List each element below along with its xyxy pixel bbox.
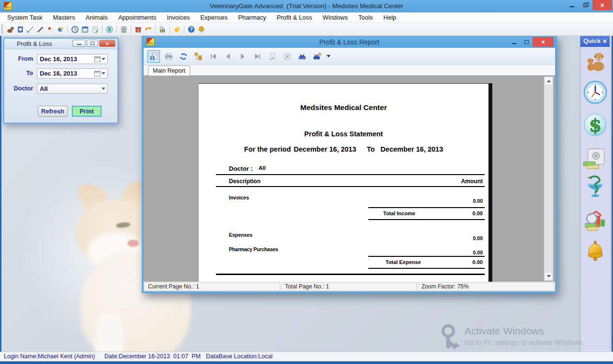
window-bottom-border: [0, 361, 613, 364]
dialog-titlebar[interactable]: Profit & Loss ×: [4, 39, 117, 49]
menu-help[interactable]: Help: [378, 12, 402, 23]
from-dropdown-icon[interactable]: [102, 58, 105, 60]
dollar-icon[interactable]: $: [580, 113, 610, 137]
period-to-label: To: [367, 145, 375, 153]
report-title: Profit & Loss Statement: [199, 130, 488, 138]
doctor-combobox[interactable]: All: [37, 84, 108, 94]
main-statusbar: Login Name:Michael Kent (Admin) Date:Dec…: [0, 352, 613, 361]
safe-icon[interactable]: [119, 24, 129, 34]
menu-masters[interactable]: Masters: [47, 12, 80, 23]
find-icon[interactable]: [296, 50, 308, 63]
total-page-status: Total Page No.: 1: [282, 282, 417, 291]
to-dropdown-icon[interactable]: [102, 72, 105, 75]
calendar-picker-icon[interactable]: [94, 71, 101, 77]
doctor-dropdown-icon[interactable]: [102, 88, 105, 90]
from-label: From: [5, 55, 33, 62]
menu-appointments[interactable]: Appointments: [113, 12, 162, 23]
bell-icon[interactable]: [580, 240, 610, 264]
menu-windows[interactable]: Windows: [317, 12, 353, 23]
quick-panel-header: Quick ×: [580, 36, 610, 47]
doctor-label: Doctor: [5, 85, 33, 92]
syringe-icon[interactable]: [35, 24, 45, 34]
report-viewer: Medsites Medical Center Profit & Loss St…: [144, 76, 555, 282]
workspace: Activate Windows Go to PC settings to ac…: [0, 36, 613, 352]
scroll-down-icon[interactable]: [545, 272, 553, 280]
dog-icon[interactable]: [5, 24, 15, 34]
quick-close-icon[interactable]: ×: [602, 37, 607, 44]
minimize-button[interactable]: [565, 0, 579, 10]
menu-animals[interactable]: Animals: [80, 12, 113, 23]
menu-tools[interactable]: Tools: [353, 12, 378, 23]
pets-icon[interactable]: [580, 49, 610, 73]
row-label: Expenses: [229, 232, 252, 238]
menu-pharmacy[interactable]: Pharmacy: [233, 12, 272, 23]
canary-icon[interactable]: [172, 24, 182, 34]
watermark-line1: Activate Windows: [465, 325, 544, 337]
period-from: December 16, 2013: [294, 145, 356, 153]
zoom-icon[interactable]: [311, 50, 323, 63]
to-date-value: Dec 16, 2013: [37, 70, 94, 77]
from-date-field[interactable]: Dec 16, 2013: [37, 54, 108, 64]
chart-search-icon[interactable]: [158, 24, 168, 34]
tab-main-report[interactable]: Main Report: [148, 66, 190, 76]
export-icon[interactable]: [148, 50, 160, 63]
menu-expenses[interactable]: Expenses: [195, 12, 233, 23]
clock-icon[interactable]: [580, 80, 610, 104]
prev-page-icon[interactable]: [222, 50, 234, 63]
close-button[interactable]: ×: [592, 0, 612, 10]
report-minimize-button[interactable]: [508, 37, 520, 47]
scrollbar-thumb[interactable]: [545, 85, 553, 272]
to-date-field[interactable]: Dec 16, 2013: [37, 68, 108, 78]
analysis-icon[interactable]: [580, 209, 610, 232]
bird-icon[interactable]: [56, 24, 66, 34]
menu-system-task[interactable]: System Task: [2, 12, 47, 23]
watermark-line2: Go to PC settings to activate Windows.: [465, 339, 585, 346]
activate-windows-watermark: Activate Windows Go to PC settings to ac…: [437, 324, 600, 352]
refresh-icon[interactable]: [177, 50, 190, 63]
calendar-picker-icon[interactable]: [94, 56, 101, 62]
scroll-up-icon[interactable]: [545, 77, 553, 85]
clock-icon[interactable]: [70, 24, 80, 34]
zoom-factor-status: Zoom Factor: 75%: [418, 282, 554, 291]
login-name-status: Login Name:Michael Kent (Admin): [4, 353, 95, 360]
help-icon[interactable]: ?: [186, 24, 196, 34]
calendar-icon[interactable]: [80, 24, 90, 34]
pharmacy-snake-icon[interactable]: [580, 175, 610, 199]
menu-profit-loss[interactable]: Profit & Loss: [272, 12, 318, 23]
goto-page-icon[interactable]: [266, 50, 279, 63]
whip-icon[interactable]: [25, 24, 35, 34]
gift-icon[interactable]: [133, 24, 143, 34]
cancel-icon[interactable]: [281, 50, 294, 63]
vet-book-icon[interactable]: [15, 24, 25, 34]
svg-text:?: ?: [190, 26, 193, 32]
dialog-minimize-button[interactable]: [72, 40, 86, 47]
row-amount: 0.00: [389, 235, 483, 241]
print-button[interactable]: Print: [72, 106, 102, 117]
report-titlebar[interactable]: VG Profit & Loss Report ×: [144, 36, 555, 48]
dollar-icon[interactable]: $: [104, 24, 114, 34]
invoice-icon[interactable]: [90, 24, 100, 34]
capsule-icon[interactable]: [45, 24, 56, 34]
report-tab-row: Main Report: [144, 65, 555, 76]
refresh-button[interactable]: Refresh: [38, 106, 68, 117]
print-icon[interactable]: [162, 50, 175, 63]
report-toolbar: [144, 48, 555, 65]
next-page-icon[interactable]: [237, 50, 249, 63]
row-amount: 0.00: [389, 259, 483, 265]
report-maximize-button[interactable]: [520, 37, 533, 47]
report-close-button[interactable]: ×: [533, 37, 554, 47]
dialog-maximize-button[interactable]: [87, 40, 98, 47]
report-doctor-value: All: [259, 165, 266, 171]
safe-money-icon[interactable]: [580, 147, 610, 171]
undo-icon[interactable]: [143, 24, 153, 34]
dialog-close-button[interactable]: ×: [99, 40, 115, 47]
zoom-dropdown-icon[interactable]: [327, 55, 330, 57]
bell-icon[interactable]: [196, 24, 206, 34]
group-tree-icon[interactable]: [192, 50, 204, 63]
vertical-scrollbar[interactable]: [544, 77, 553, 281]
first-page-icon[interactable]: [207, 50, 219, 63]
last-page-icon[interactable]: [251, 50, 264, 63]
restore-button[interactable]: [579, 0, 592, 10]
menu-invoices[interactable]: Invoices: [161, 12, 195, 23]
key-icon: [441, 324, 462, 351]
